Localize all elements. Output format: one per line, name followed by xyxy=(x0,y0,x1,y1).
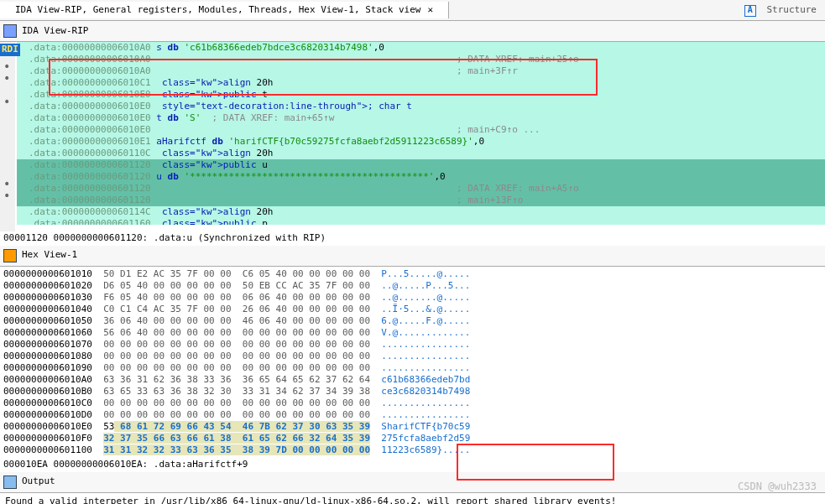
hexview-title: Hex View-1 xyxy=(22,249,77,262)
tab-main[interactable]: IDA View-RIP, General registers, Modules… xyxy=(0,2,449,19)
output-icon xyxy=(3,475,17,489)
output-panel[interactable]: Found a valid interpeter in /usr/lib/x86… xyxy=(0,493,825,504)
hex-row[interactable]: 00000000006010D0 00 00 00 00 00 00 00 00… xyxy=(3,409,822,421)
hex-row[interactable]: 0000000000601090 00 00 00 00 00 00 00 00… xyxy=(3,362,822,374)
tab-structures-label: Structure xyxy=(766,4,817,15)
hex-row[interactable]: 0000000000601040 C0 C1 C4 AC 35 7F 00 00… xyxy=(3,304,822,315)
ida-view-title: IDA View-RIP xyxy=(22,25,88,38)
output-title: Output xyxy=(22,475,55,488)
ida-sync-line: 00001120 0000000000601120: .data:u (Sync… xyxy=(0,231,825,246)
ida-view[interactable]: RDI •••••• .data:00000000006010A0 s db '… xyxy=(0,42,825,231)
hex-row[interactable]: 00000000006010F0 32 37 35 66 63 66 61 38… xyxy=(3,433,822,444)
ida-row[interactable]: .data:00000000006010A0 s db 'c61b68366ed… xyxy=(17,42,825,54)
ida-row[interactable]: .data:00000000006010E1 aHarifctf db 'har… xyxy=(17,136,825,148)
hex-view[interactable]: 0000000000601010 50 D1 E2 AC 35 7F 00 00… xyxy=(0,267,825,458)
tab-structures[interactable]: A Structure xyxy=(736,2,825,19)
side-markers: •••••• xyxy=(3,60,8,231)
hex-row[interactable]: 00000000006010E0 53 68 61 72 69 66 43 54… xyxy=(3,421,822,433)
hex-row[interactable]: 0000000000601060 56 06 40 00 00 00 00 00… xyxy=(3,327,822,339)
hex-icon xyxy=(3,249,17,262)
hex-row[interactable]: 0000000000601010 50 D1 E2 AC 35 7F 00 00… xyxy=(3,268,822,280)
ida-row[interactable]: .data:00000000006010E0 ; main+C9↑o ... xyxy=(17,124,825,136)
ida-row[interactable]: .data:00000000006010E0 class="kw">public… xyxy=(17,89,825,101)
hex-row[interactable]: 0000000000601020 D6 05 40 00 00 00 00 00… xyxy=(3,280,822,292)
tab-bar: IDA View-RIP, General registers, Modules… xyxy=(0,0,825,21)
hex-row[interactable]: 00000000006010C0 00 00 00 00 00 00 00 00… xyxy=(3,397,822,409)
hex-row[interactable]: 0000000000601030 F6 05 40 00 00 00 00 00… xyxy=(3,292,822,304)
structure-icon: A xyxy=(744,5,756,17)
ida-row[interactable]: .data:000000000060114C class="kw">align … xyxy=(17,206,825,218)
ida-row[interactable]: .data:0000000000601120 ; main+13F↑o xyxy=(17,195,825,206)
ida-lines[interactable]: .data:00000000006010A0 s db 'c61b68366ed… xyxy=(17,42,825,225)
hex-sync-line: 000010EA 00000000006010EA: .data:aHarifc… xyxy=(0,458,825,472)
ida-row[interactable]: .data:00000000006010A0 ; main+3F↑r xyxy=(17,65,825,77)
ida-row[interactable]: .data:0000000000601160 class="kw">public… xyxy=(17,218,825,225)
watermark: CSDN @wuh2333 xyxy=(738,480,817,493)
ida-view-header: IDA View-RIP xyxy=(0,21,825,42)
hex-row[interactable]: 0000000000601050 36 06 40 00 00 00 00 00… xyxy=(3,315,822,327)
tab-main-label: IDA View-RIP, General registers, Modules… xyxy=(15,4,420,17)
hex-row[interactable]: 00000000006010B0 63 65 33 63 36 38 32 30… xyxy=(3,386,822,397)
hex-row[interactable]: 0000000000601100 31 31 32 32 33 63 36 35… xyxy=(3,444,822,456)
ida-row[interactable]: .data:00000000006010E0 t db 'S' ; DATA X… xyxy=(17,112,825,124)
ida-row[interactable]: .data:00000000006010E0 style="text-decor… xyxy=(17,101,825,112)
ida-row[interactable]: .data:00000000006010A0 ; DATA XREF: main… xyxy=(17,54,825,65)
ida-row[interactable]: .data:00000000006010C1 class="kw">align … xyxy=(17,77,825,89)
ida-sidebar: RDI •••••• xyxy=(0,42,15,231)
ida-row[interactable]: .data:000000000060110C class="kw">align … xyxy=(17,148,825,159)
ida-row[interactable]: .data:0000000000601120 class="kw">public… xyxy=(17,159,825,171)
ida-row[interactable]: .data:0000000000601120 u db '***********… xyxy=(17,171,825,183)
close-icon[interactable]: ✕ xyxy=(427,4,433,17)
ida-row[interactable]: .data:0000000000601120 ; DATA XREF: main… xyxy=(17,183,825,195)
hexview-header: Hex View-1 xyxy=(0,246,825,267)
hex-row[interactable]: 0000000000601070 00 00 00 00 00 00 00 00… xyxy=(3,339,822,351)
ida-icon xyxy=(3,24,17,38)
hex-row[interactable]: 0000000000601080 00 00 00 00 00 00 00 00… xyxy=(3,351,822,362)
hex-row[interactable]: 00000000006010A0 63 36 31 62 36 38 33 36… xyxy=(3,374,822,386)
output-header: Output xyxy=(0,472,825,493)
